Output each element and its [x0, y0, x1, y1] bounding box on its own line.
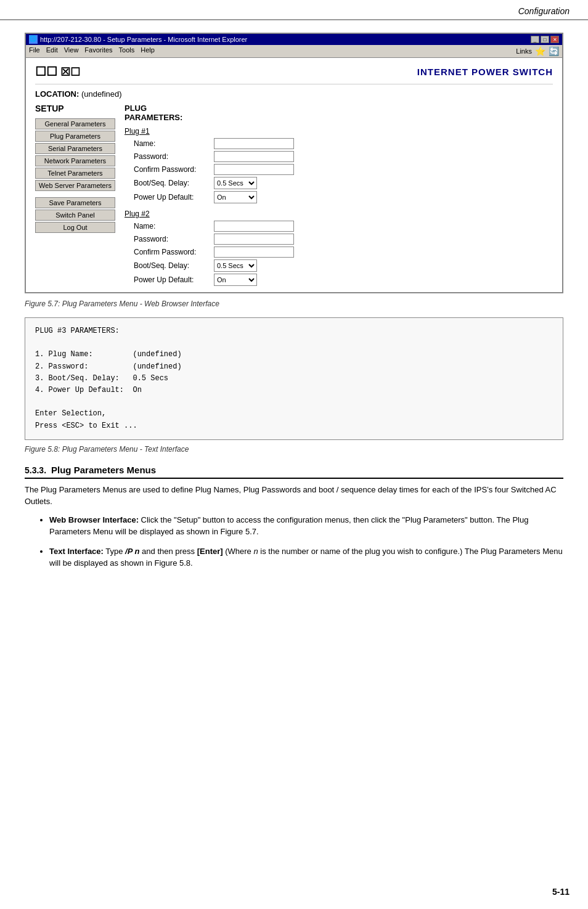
setup-heading: SETUP — [35, 104, 115, 113]
bullet1-label: Web Browser Interface: — [49, 515, 139, 524]
browser-menu-left: File Edit View Favorites Tools Help — [29, 46, 155, 56]
browser-content[interactable]: ☐☐ ☒☐ INTERNET POWER SWITCH LOCATION: (u… — [26, 58, 562, 292]
plug2-power-row: Power Up Default: On Off — [125, 274, 553, 286]
menu-edit[interactable]: Edit — [46, 46, 58, 56]
ips-header: ☐☐ ☒☐ INTERNET POWER SWITCH — [35, 64, 553, 84]
plug1-confirm-label: Confirm Password: — [134, 165, 214, 174]
ti-line3: 1. Plug Name: (undefined) — [35, 349, 553, 361]
plug1-name-row: Name: — [125, 138, 553, 149]
bullet-item-1: Web Browser Interface: Click the "Setup"… — [49, 514, 563, 538]
plug1-power-label: Power Up Default: — [134, 193, 214, 202]
bullet2-enter: [Enter] — [197, 547, 223, 556]
plug2-confirm-input[interactable] — [214, 247, 294, 258]
ti-line2 — [35, 337, 553, 349]
plug1-power-select[interactable]: On Off — [214, 191, 257, 203]
plug1-boot-select[interactable]: 0.5 Secs 1 Sec 2 Secs — [214, 177, 257, 189]
sidebar-spacer — [35, 192, 115, 197]
plug1-title: Plug #1 — [125, 127, 553, 136]
plug1-confirm-row: Confirm Password: — [125, 164, 553, 175]
plug1-power-row: Power Up Default: On Off — [125, 191, 553, 203]
maximize-button[interactable]: □ — [541, 36, 549, 43]
ips-title: INTERNET POWER SWITCH — [417, 67, 553, 77]
text-interface-box: PLUG #3 PARAMETERS: 1. Plug Name: (undef… — [25, 317, 563, 440]
browser-titlebar-title: 🌐 http://207-212-30.80 - Setup Parameter… — [29, 35, 247, 44]
bullet-list: Web Browser Interface: Click the "Setup"… — [37, 514, 563, 569]
sidebar-plug-params[interactable]: Plug Parameters — [35, 131, 115, 142]
browser-inner: ☐☐ ☒☐ INTERNET POWER SWITCH LOCATION: (u… — [26, 58, 562, 292]
titlebar-buttons: _ □ ✕ — [531, 36, 559, 43]
figure58-caption: Figure 5.8: Plug Parameters Menu - Text … — [25, 445, 563, 454]
menu-view[interactable]: View — [64, 46, 79, 56]
section-title: Plug Parameters Menus — [51, 465, 156, 475]
toolbar-icon-2[interactable]: 🔄 — [549, 46, 559, 56]
sidebar-log-out[interactable]: Log Out — [35, 222, 115, 233]
ti-line4: 2. Password: (undefined) — [35, 361, 553, 373]
location-value: (undefined) — [81, 89, 122, 99]
plug2-power-label: Power Up Default: — [134, 275, 214, 284]
menu-favorites[interactable]: Favorites — [84, 46, 112, 56]
plug2-power-select[interactable]: On Off — [214, 274, 257, 286]
page-content: 🌐 http://207-212-30.80 - Setup Parameter… — [0, 20, 588, 589]
menu-file[interactable]: File — [29, 46, 40, 56]
sidebar-switch-panel[interactable]: Switch Panel — [35, 210, 115, 221]
plug-params-heading: PLUG PARAMETERS: — [125, 104, 553, 122]
browser-title-text: http://207-212-30.80 - Setup Parameters … — [40, 36, 247, 43]
sidebar-save-params[interactable]: Save Parameters — [35, 197, 115, 208]
plug1-password-label: Password: — [134, 152, 214, 161]
plug2-boot-row: Boot/Seq. Delay: 0.5 Secs 1 Sec 2 Secs — [125, 259, 553, 272]
toolbar-icon-1[interactable]: ⭐ — [535, 46, 545, 56]
plug1-name-input[interactable] — [214, 138, 294, 149]
browser-menu-right: Links ⭐ 🔄 — [516, 46, 559, 56]
plug1-boot-label: Boot/Seq. Delay: — [134, 179, 214, 187]
plug1-confirm-input[interactable] — [214, 164, 294, 175]
section-body: The Plug Parameters Menus are used to de… — [25, 484, 563, 508]
plug2-name-row: Name: — [125, 221, 553, 232]
section-heading: 5.3.3. Plug Parameters Menus — [25, 465, 563, 479]
bullet2-text-part1: Type — [105, 547, 125, 556]
plug-params-content: PLUG PARAMETERS: Plug #1 Name: Passwor — [125, 104, 553, 292]
figure57-caption: Figure 5.7: Plug Parameters Menu - Web B… — [25, 300, 563, 308]
sidebar-general-params[interactable]: General Parameters — [35, 118, 115, 129]
sidebar-serial-params[interactable]: Serial Parameters — [35, 143, 115, 154]
ips-main: SETUP General Parameters Plug Parameters… — [35, 104, 553, 292]
menu-tools[interactable]: Tools — [119, 46, 135, 56]
plug1-boot-row: Boot/Seq. Delay: 0.5 Secs 1 Sec 2 Secs — [125, 177, 553, 189]
minimize-button[interactable]: _ — [531, 36, 539, 43]
ti-line5: 3. Boot/Seq. Delay: 0.5 Secs — [35, 373, 553, 385]
plug-section-2: Plug #2 Name: Password: Confirm Password… — [125, 210, 553, 286]
sidebar-webserver-params[interactable]: Web Server Parameters — [35, 180, 115, 191]
plug2-name-input[interactable] — [214, 221, 294, 232]
plug1-password-input[interactable] — [214, 151, 294, 162]
plug2-name-label: Name: — [134, 222, 214, 230]
sidebar-telnet-params[interactable]: Telnet Parameters — [35, 168, 115, 179]
plug2-password-input[interactable] — [214, 234, 294, 245]
bullet-item-2: Text Interface: Type /P n and then press… — [49, 545, 563, 569]
browser-window: 🌐 http://207-212-30.80 - Setup Parameter… — [25, 33, 563, 293]
ips-logo: ☐☐ ☒☐ — [35, 64, 80, 79]
sidebar-network-params[interactable]: Network Parameters — [35, 155, 115, 166]
ti-line9: Press <ESC> to Exit ... — [35, 420, 553, 432]
plug2-password-label: Password: — [134, 235, 214, 243]
bullet2-text-part2: and then press — [139, 547, 197, 556]
menu-help[interactable]: Help — [141, 46, 155, 56]
browser-titlebar: 🌐 http://207-212-30.80 - Setup Parameter… — [26, 34, 562, 45]
plug-section-1: Plug #1 Name: Password: Confirm Password… — [125, 127, 553, 203]
plug2-boot-select[interactable]: 0.5 Secs 1 Sec 2 Secs — [214, 259, 257, 272]
plug1-password-row: Password: — [125, 151, 553, 162]
plug2-confirm-label: Confirm Password: — [134, 248, 214, 256]
section-number: 5.3.3. — [25, 465, 46, 475]
ti-line7 — [35, 396, 553, 408]
ips-location: LOCATION: (undefined) — [35, 89, 553, 99]
ips-sidebar: SETUP General Parameters Plug Parameters… — [35, 104, 115, 292]
page-header: Configuration — [0, 0, 588, 20]
plug2-title: Plug #2 — [125, 210, 553, 218]
plug2-boot-label: Boot/Seq. Delay: — [134, 261, 214, 270]
location-label: LOCATION: — [35, 89, 79, 99]
ti-line1: PLUG #3 PARAMETERS: — [35, 325, 553, 337]
browser-menubar: File Edit View Favorites Tools Help Link… — [26, 45, 562, 58]
ti-line8: Enter Selection, — [35, 408, 553, 420]
plug1-name-label: Name: — [134, 139, 214, 148]
ti-line6: 4. Power Up Default: On — [35, 385, 553, 396]
header-label: Configuration — [518, 6, 570, 16]
close-button[interactable]: ✕ — [550, 36, 559, 43]
